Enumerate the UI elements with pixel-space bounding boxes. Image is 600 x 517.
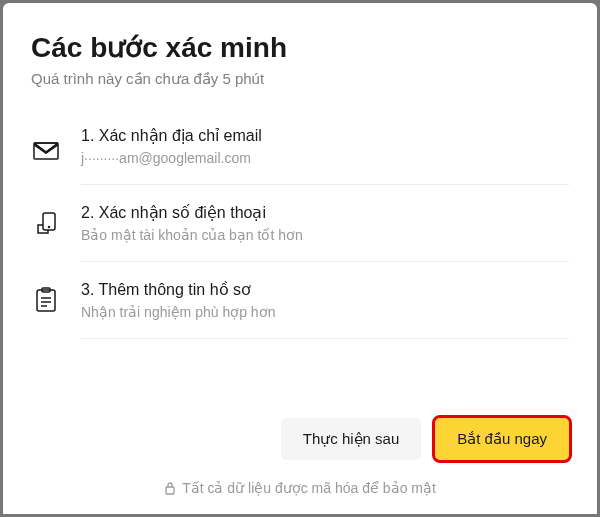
steps-list: 1. Xác nhận địa chỉ email j·········am@g… bbox=[31, 116, 569, 396]
lock-icon bbox=[164, 481, 176, 495]
verification-modal: Các bước xác minh Quá trình này cần chưa… bbox=[3, 3, 597, 514]
step-title: 2. Xác nhận số điện thoại bbox=[81, 203, 569, 222]
modal-subtitle: Quá trình này cần chưa đầy 5 phút bbox=[31, 70, 569, 88]
modal-title: Các bước xác minh bbox=[31, 31, 569, 64]
svg-rect-8 bbox=[166, 487, 174, 494]
phone-icon bbox=[31, 211, 61, 235]
step-desc: Nhận trải nghiệm phù hợp hơn bbox=[81, 304, 569, 320]
step-content: 3. Thêm thông tin hồ sơ Nhận trải nghiệm… bbox=[81, 280, 569, 320]
step-desc: j·········am@googlemail.com bbox=[81, 150, 569, 166]
step-content: 1. Xác nhận địa chỉ email j·········am@g… bbox=[81, 126, 569, 166]
step-title: 1. Xác nhận địa chỉ email bbox=[81, 126, 569, 145]
envelope-icon bbox=[31, 140, 61, 160]
step-email: 1. Xác nhận địa chỉ email j·········am@g… bbox=[81, 116, 569, 185]
step-profile: 3. Thêm thông tin hồ sơ Nhận trải nghiệm… bbox=[81, 262, 569, 339]
start-now-button[interactable]: Bắt đầu ngay bbox=[435, 418, 569, 460]
security-note-text: Tất cả dữ liệu được mã hóa để bảo mật bbox=[182, 480, 436, 496]
clipboard-icon bbox=[31, 287, 61, 313]
step-title: 3. Thêm thông tin hồ sơ bbox=[81, 280, 569, 299]
step-content: 2. Xác nhận số điện thoại Bảo mật tài kh… bbox=[81, 203, 569, 243]
security-note: Tất cả dữ liệu được mã hóa để bảo mật bbox=[31, 480, 569, 496]
later-button[interactable]: Thực hiện sau bbox=[281, 418, 422, 460]
svg-point-2 bbox=[49, 227, 50, 228]
svg-rect-3 bbox=[37, 290, 55, 311]
button-row: Thực hiện sau Bắt đầu ngay bbox=[31, 418, 569, 460]
step-desc: Bảo mật tài khoản của bạn tốt hơn bbox=[81, 227, 569, 243]
step-phone: 2. Xác nhận số điện thoại Bảo mật tài kh… bbox=[81, 185, 569, 262]
